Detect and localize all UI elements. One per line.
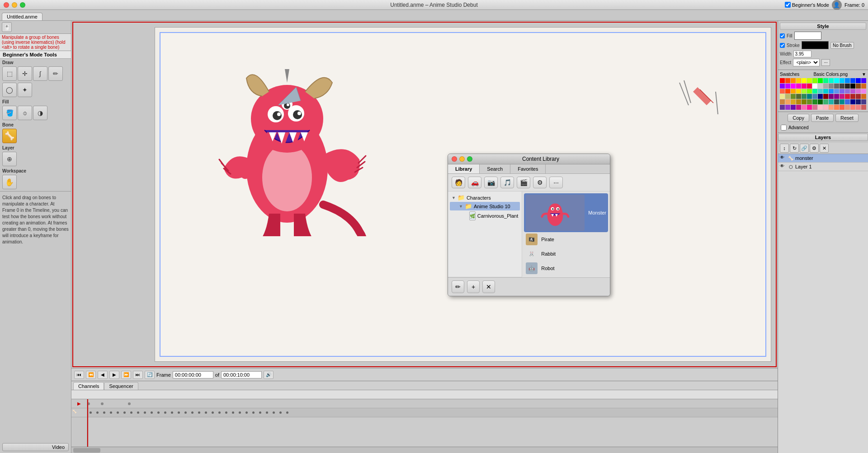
swatch-cell[interactable] bbox=[796, 84, 801, 89]
loop-button[interactable]: 🔄 bbox=[145, 371, 155, 379]
channels-tab[interactable]: Channels bbox=[73, 382, 104, 390]
swatch-cell[interactable] bbox=[796, 89, 801, 94]
reset-button[interactable]: Reset bbox=[835, 114, 859, 122]
swatch-cell[interactable] bbox=[785, 105, 790, 110]
swatch-cell[interactable] bbox=[823, 105, 828, 110]
cl-icon-music[interactable]: 🎵 bbox=[500, 177, 514, 188]
swatch-cell[interactable] bbox=[850, 78, 855, 83]
swatch-cell[interactable] bbox=[829, 99, 834, 104]
swatch-cell[interactable] bbox=[823, 78, 828, 83]
swatch-cell[interactable] bbox=[807, 78, 812, 83]
play-back-button[interactable]: ◀ bbox=[98, 371, 108, 379]
swatch-cell[interactable] bbox=[780, 99, 785, 104]
swatch-cell[interactable] bbox=[845, 99, 850, 104]
swatch-cell[interactable] bbox=[850, 84, 855, 89]
swatch-cell[interactable] bbox=[856, 105, 861, 110]
swatch-cell[interactable] bbox=[834, 99, 839, 104]
curve-tool[interactable]: ∫ bbox=[33, 66, 47, 81]
swatch-cell[interactable] bbox=[807, 99, 812, 104]
cl-edit-button[interactable]: ✏ bbox=[452, 280, 464, 293]
swatch-cell[interactable] bbox=[823, 94, 828, 99]
swatch-cell[interactable] bbox=[780, 78, 785, 83]
cl-icon-video[interactable]: 🎬 bbox=[517, 177, 530, 188]
swatch-cell[interactable] bbox=[856, 99, 861, 104]
swatch-cell[interactable] bbox=[812, 89, 817, 94]
select-tool[interactable]: ⬚ bbox=[2, 66, 17, 81]
no-brush-button[interactable]: No Brush bbox=[830, 42, 854, 49]
swatch-cell[interactable] bbox=[834, 84, 839, 89]
swatch-cell[interactable] bbox=[791, 94, 796, 99]
swatch-cell[interactable] bbox=[818, 105, 823, 110]
swatch-cell[interactable] bbox=[856, 78, 861, 83]
lasso-tool[interactable]: ◯ bbox=[2, 83, 17, 97]
layer-tool-btn-5[interactable]: ✕ bbox=[820, 144, 829, 153]
swatch-cell[interactable] bbox=[840, 99, 844, 104]
swatch-cell[interactable] bbox=[791, 89, 796, 94]
layer-tool-btn-3[interactable]: 🔗 bbox=[800, 144, 809, 153]
total-time-input[interactable] bbox=[221, 371, 262, 378]
swatch-cell[interactable] bbox=[802, 78, 807, 83]
close-button[interactable] bbox=[4, 2, 9, 8]
dropper-tool[interactable]: ⌽ bbox=[18, 106, 32, 120]
cl-tab-library[interactable]: Library bbox=[448, 164, 480, 173]
paint-bucket-tool[interactable]: 🪣 bbox=[2, 106, 17, 120]
swatch-cell[interactable] bbox=[850, 89, 855, 94]
effect-options-button[interactable]: ··· bbox=[821, 59, 830, 66]
swatch-cell[interactable] bbox=[818, 99, 823, 104]
swatch-cell[interactable] bbox=[845, 89, 850, 94]
swatch-cell[interactable] bbox=[861, 94, 866, 99]
paste-button[interactable]: Paste bbox=[811, 114, 834, 122]
swatch-cell[interactable] bbox=[807, 94, 812, 99]
cl-add-button[interactable]: + bbox=[467, 280, 480, 293]
minimize-button[interactable] bbox=[12, 2, 17, 8]
layer-tool-btn-4[interactable]: ⚙ bbox=[810, 144, 819, 153]
advanced-checkbox[interactable] bbox=[781, 125, 787, 131]
layer-tool-btn-1[interactable]: ↕ bbox=[780, 144, 789, 153]
swatch-cell[interactable] bbox=[818, 89, 823, 94]
swatch-cell[interactable] bbox=[823, 89, 828, 94]
swatch-cell[interactable] bbox=[834, 89, 839, 94]
fill-color-swatch[interactable] bbox=[794, 32, 821, 40]
layer-layer1[interactable]: 👁 ⬡ Layer 1 bbox=[778, 163, 868, 171]
swatch-cell[interactable] bbox=[845, 78, 850, 83]
tab-untitled[interactable]: Untitled.anme bbox=[2, 13, 42, 20]
sequencer-tab[interactable]: Sequencer bbox=[104, 382, 138, 390]
pan-tool[interactable]: ✋ bbox=[2, 175, 17, 189]
go-to-end-button[interactable]: ⏭ bbox=[133, 371, 143, 379]
cl-item-rabbit[interactable]: 🐰 Rabbit bbox=[524, 247, 608, 261]
swatch-cell[interactable] bbox=[785, 89, 790, 94]
swatch-cell[interactable] bbox=[829, 89, 834, 94]
swatch-cell[interactable] bbox=[780, 89, 785, 94]
swatch-cell[interactable] bbox=[780, 94, 785, 99]
fill-checkbox[interactable] bbox=[780, 33, 785, 38]
swatch-cell[interactable] bbox=[780, 105, 785, 110]
swatch-cell[interactable] bbox=[791, 99, 796, 104]
swatch-cell[interactable] bbox=[840, 78, 844, 83]
playhead[interactable] bbox=[87, 399, 88, 447]
swatch-cell[interactable] bbox=[802, 99, 807, 104]
cl-icon-more[interactable]: ··· bbox=[549, 177, 563, 188]
timeline-scrollbar[interactable] bbox=[71, 447, 778, 453]
swatches-expand[interactable]: ▼ bbox=[862, 72, 866, 77]
pencil-tool[interactable]: ✏ bbox=[48, 66, 63, 81]
cl-traffic-lights[interactable] bbox=[452, 156, 472, 162]
swatch-cell[interactable] bbox=[807, 105, 812, 110]
swatch-cell[interactable] bbox=[829, 105, 834, 110]
stroke-checkbox[interactable] bbox=[780, 43, 785, 48]
swatch-cell[interactable] bbox=[812, 84, 817, 89]
traffic-lights[interactable] bbox=[4, 2, 25, 8]
swatch-cell[interactable] bbox=[850, 99, 855, 104]
add-point-tool[interactable]: ✛ bbox=[18, 66, 32, 81]
cl-icon-character[interactable]: 🧑 bbox=[452, 177, 465, 188]
swatch-cell[interactable] bbox=[834, 94, 839, 99]
width-input[interactable] bbox=[793, 51, 811, 57]
swatch-cell[interactable] bbox=[845, 105, 850, 110]
step-back-button[interactable]: ⏪ bbox=[86, 371, 96, 379]
cl-tab-search[interactable]: Search bbox=[480, 164, 510, 173]
swatch-cell[interactable] bbox=[791, 84, 796, 89]
swatch-cell[interactable] bbox=[861, 99, 866, 104]
beginners-mode-check[interactable]: Beginner's Mode bbox=[785, 2, 829, 8]
swatch-cell[interactable] bbox=[829, 78, 834, 83]
copy-button[interactable]: Copy bbox=[788, 114, 809, 122]
user-icon[interactable]: 👤 bbox=[832, 0, 842, 10]
